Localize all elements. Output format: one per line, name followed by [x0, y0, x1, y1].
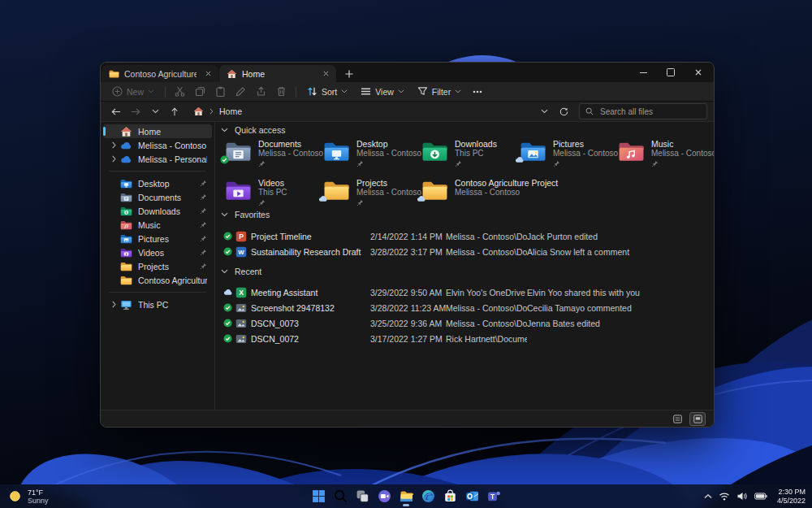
- quick-access-tile-documents[interactable]: Documents Melissa - Contoso: [225, 138, 322, 174]
- sidebar-item-pictures[interactable]: Pictures: [103, 232, 212, 245]
- forward-button[interactable]: [127, 104, 145, 119]
- folder-icon: [120, 275, 132, 286]
- sort-button[interactable]: Sort: [300, 86, 354, 97]
- view-button[interactable]: View: [354, 86, 411, 97]
- taskbar-edge-button[interactable]: [418, 487, 438, 506]
- sidebar-item-melissa-personal[interactable]: Melissa - Personal: [103, 152, 212, 166]
- more-options-button[interactable]: [468, 90, 487, 93]
- quick-access-header[interactable]: Quick access: [221, 124, 285, 136]
- quick-access-tile-music[interactable]: Music Melissa - Contoso: [618, 138, 714, 174]
- maximize-icon: [667, 68, 675, 76]
- delete-button[interactable]: [271, 84, 292, 99]
- sidebar-item-label: Downloads: [138, 206, 200, 216]
- rename-button[interactable]: [231, 84, 251, 99]
- taskbar-search-button[interactable]: [330, 487, 350, 506]
- volume-icon[interactable]: [736, 492, 748, 501]
- search-box[interactable]: [579, 103, 707, 119]
- favorite-sustainability-research-draft[interactable]: Sustainability Research Draft 3/28/2022 …: [221, 244, 709, 259]
- file-location: Melissa - Contoso\Documents: [446, 319, 527, 328]
- up-button[interactable]: [166, 104, 184, 119]
- recent-locations-button[interactable]: [146, 104, 164, 119]
- new-button[interactable]: New: [106, 86, 161, 97]
- new-tab-button[interactable]: [339, 65, 359, 82]
- sidebar-item-this-pc[interactable]: This PC: [103, 297, 212, 311]
- recent-dscn-0072[interactable]: DSCN_0072 3/17/2022 1:27 PM Rick Hartnet…: [221, 331, 709, 346]
- taskbar-outlook-button[interactable]: [462, 487, 482, 506]
- filter-button[interactable]: Filter: [411, 86, 468, 97]
- taskbar-teams-button[interactable]: [484, 487, 503, 506]
- close-tab-button[interactable]: [201, 67, 214, 80]
- taskbar-store-button[interactable]: [440, 487, 460, 506]
- tile-text: Projects Melissa - Contoso: [356, 177, 421, 213]
- taskbar-start-button[interactable]: [309, 487, 328, 506]
- battery-icon[interactable]: [754, 493, 767, 500]
- sidebar-item-home[interactable]: Home: [103, 124, 212, 138]
- taskbar-clock[interactable]: 2:30 PM 4/5/2022: [777, 488, 806, 505]
- close-tab-button[interactable]: [319, 67, 332, 80]
- maximize-button[interactable]: [657, 63, 685, 82]
- sidebar-item-music[interactable]: Music: [103, 218, 212, 232]
- breadcrumb-path: Home: [219, 106, 242, 116]
- share-button[interactable]: [251, 84, 271, 99]
- refresh-button[interactable]: [555, 104, 572, 119]
- back-button[interactable]: [107, 104, 125, 119]
- search-input[interactable]: [598, 106, 701, 117]
- weather-temperature: 71°F: [28, 488, 49, 497]
- sidebar-item-videos[interactable]: Videos: [103, 245, 212, 259]
- sidebar-item-desktop[interactable]: Desktop: [103, 176, 212, 190]
- thumbnail-view-button[interactable]: [689, 412, 706, 426]
- quick-access-tile-desktop[interactable]: Desktop Melissa - Contoso: [323, 138, 420, 174]
- weather-widget[interactable]: 71°F Sunny: [8, 488, 49, 505]
- paste-button[interactable]: [210, 84, 231, 99]
- wifi-icon[interactable]: [719, 492, 730, 501]
- sidebar-item-label: Melissa - Personal: [138, 154, 207, 164]
- taskbar-chat-button[interactable]: [374, 487, 394, 506]
- minimize-button[interactable]: [629, 63, 657, 82]
- sidebar-item-contoso-agriculture-project[interactable]: Contoso Agriculture Project: [103, 273, 212, 287]
- sidebar-item-documents[interactable]: Documents: [103, 190, 212, 204]
- close-window-button[interactable]: [685, 63, 712, 82]
- quick-access-tile-pictures[interactable]: Pictures Melissa - Contoso: [520, 138, 616, 174]
- recent-meeting-assistant[interactable]: Meeting Assistant 3/29/2022 9:50 AM Elvi…: [221, 284, 709, 300]
- copy-button[interactable]: [190, 84, 210, 99]
- recent-header[interactable]: Recent: [221, 266, 261, 277]
- taskbar-task-view-button[interactable]: [352, 487, 372, 506]
- favorite-project-timeline[interactable]: Project Timeline 2/14/2022 1:14 PM Melis…: [221, 228, 709, 244]
- quick-access-tile-videos[interactable]: Videos This PC: [225, 177, 322, 213]
- tab-contoso-agriculture-project[interactable]: Contoso Agriculture Project: [102, 65, 218, 82]
- quick-access-tile-contoso-agriculture-project[interactable]: Contoso Agriculture Project Melissa - Co…: [421, 177, 518, 213]
- chevron-right-icon[interactable]: [110, 141, 118, 149]
- recent-dscn-0073[interactable]: DSCN_0073 3/25/2022 9:36 AM Melissa - Co…: [221, 315, 709, 331]
- sidebar-item-melissa-contoso[interactable]: Melissa - Contoso: [103, 138, 212, 152]
- favorites-header[interactable]: Favorites: [221, 209, 270, 220]
- excel-icon: [235, 287, 247, 298]
- recent-screenshot-29478132[interactable]: Screenshot 29478132 3/28/2022 11:23 AM M…: [221, 300, 709, 315]
- taskbar-file-explorer-button[interactable]: [396, 487, 416, 506]
- quick-access-tile-downloads[interactable]: Downloads This PC: [421, 138, 518, 174]
- tile-name: Videos: [258, 178, 287, 188]
- sidebar-item-projects[interactable]: Projects: [103, 259, 212, 273]
- address-dropdown-button[interactable]: [535, 104, 553, 119]
- pin-icon: [200, 235, 207, 242]
- breadcrumb[interactable]: Home: [193, 106, 242, 116]
- tab-home[interactable]: Home: [219, 65, 336, 82]
- details-view-button[interactable]: [669, 412, 685, 426]
- file-location: Elvin Yoo's OneDrive: [446, 288, 527, 297]
- sidebar-item-downloads[interactable]: Downloads: [103, 204, 212, 218]
- music-icon: [618, 140, 645, 163]
- close-icon: [323, 71, 329, 76]
- pin-icon: [651, 160, 659, 167]
- start-icon: [312, 489, 326, 503]
- tile-icon: [421, 140, 448, 163]
- section-title: Quick access: [235, 125, 285, 135]
- tile-location: This PC: [258, 188, 287, 198]
- tile-name: Projects: [356, 178, 421, 188]
- pictures-icon: [120, 233, 132, 245]
- chevron-up-icon[interactable]: [704, 492, 712, 501]
- chevron-right-icon[interactable]: [110, 155, 118, 163]
- chevron-right-icon[interactable]: [110, 301, 118, 308]
- file-name: Meeting Assistant: [251, 288, 370, 297]
- cut-button[interactable]: [170, 84, 190, 99]
- toolbar-divider: [296, 86, 296, 98]
- quick-access-tile-projects[interactable]: Projects Melissa - Contoso: [323, 177, 420, 213]
